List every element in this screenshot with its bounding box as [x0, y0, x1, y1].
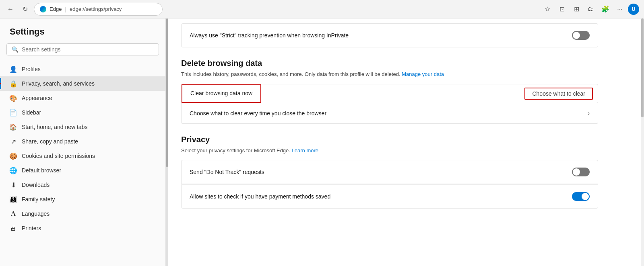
tracking-prevention-row: Always use "Strict" tracking prevention … — [181, 23, 598, 47]
sidebar-item-start-home[interactable]: 🏠 Start, home, and new tabs — [0, 120, 165, 134]
search-input[interactable] — [22, 46, 154, 53]
extensions-button[interactable]: 🧩 — [599, 3, 612, 16]
scroll-thumb[interactable] — [166, 18, 168, 167]
sidebar-item-label: Default browser — [22, 167, 61, 174]
default-browser-icon: 🌐 — [10, 167, 17, 174]
profile-avatar: U — [632, 6, 635, 12]
appearance-icon: 🎨 — [10, 94, 17, 102]
sidebar-item-languages[interactable]: A Languages — [0, 207, 165, 221]
sidebar-item-label: Privacy, search, and services — [22, 80, 95, 87]
sidebar-item-label: Sidebar — [22, 109, 41, 116]
sidebar-item-profiles[interactable]: 👤 Profiles — [0, 62, 165, 76]
split-button[interactable]: ⊡ — [555, 3, 568, 16]
favorites-button[interactable]: ⊞ — [570, 3, 583, 16]
sidebar-item-label: Start, home, and new tabs — [22, 124, 87, 130]
address-divider: | — [65, 6, 66, 12]
printers-icon: 🖨 — [10, 225, 17, 232]
cookies-icon: 🍪 — [10, 152, 17, 160]
sidebar-icon: 📄 — [10, 109, 17, 116]
tracking-prevention-label: Always use "Strict" tracking prevention … — [190, 32, 349, 39]
right-scrollbar-thumb — [641, 18, 644, 117]
toolbar-right: ☆ ⊡ ⊞ 🗂 🧩 ··· U — [541, 3, 639, 16]
sidebar-item-default-browser[interactable]: 🌐 Default browser — [0, 163, 165, 178]
privacy-section-title: Privacy — [181, 135, 598, 144]
payment-methods-label: Allow sites to check if you have payment… — [190, 193, 330, 200]
search-box[interactable]: 🔍 — [6, 43, 159, 55]
family-icon: 👨‍👩‍👧 — [10, 196, 17, 203]
collections-button[interactable]: 🗂 — [584, 3, 597, 16]
star-button[interactable]: ☆ — [541, 3, 554, 16]
back-icon: ← — [7, 6, 14, 13]
star-icon: ☆ — [545, 5, 550, 13]
clear-data-tab-bar: Clear browsing data now Choose what to c… — [181, 84, 598, 103]
tracking-toggle[interactable] — [572, 31, 590, 40]
sidebar-item-cookies[interactable]: 🍪 Cookies and site permissions — [0, 149, 165, 163]
sidebar-item-label: Appearance — [22, 95, 52, 101]
sidebar-item-share-copy[interactable]: ↗ Share, copy and paste — [0, 134, 165, 149]
clear-on-close-label: Choose what to clear every time you clos… — [190, 110, 326, 117]
address-text: edge://settings/privacy — [70, 6, 122, 12]
edge-label: Edge — [50, 6, 62, 12]
red-arrow-annotation — [0, 78, 3, 89]
more-icon: ··· — [617, 6, 622, 13]
delete-section-title: Delete browsing data — [181, 59, 598, 68]
sidebar-item-privacy[interactable]: 🔒 Privacy, search, and services — [0, 76, 165, 91]
privacy-icon: 🔒 — [10, 80, 17, 87]
languages-icon: A — [10, 210, 17, 217]
do-not-track-row: Send "Do Not Track" requests — [181, 160, 598, 184]
clear-on-close-row[interactable]: Choose what to clear every time you clos… — [181, 103, 598, 124]
address-bar[interactable]: Edge | edge://settings/privacy — [34, 3, 163, 16]
toggle-knob — [582, 193, 589, 200]
sidebar-item-label: Printers — [22, 225, 41, 231]
extensions-icon: 🧩 — [601, 5, 609, 13]
tab-choose-what-to-clear[interactable]: Choose what to clear — [524, 88, 593, 100]
home-icon: 🏠 — [10, 123, 17, 131]
scroll-divider — [166, 18, 168, 266]
profiles-icon: 👤 — [10, 65, 17, 73]
share-icon: ↗ — [10, 138, 17, 145]
sidebar-item-appearance[interactable]: 🎨 Appearance — [0, 91, 165, 105]
toggle-knob — [573, 32, 580, 39]
sidebar-item-printers[interactable]: 🖨 Printers — [0, 221, 165, 235]
sidebar-item-label: Downloads — [22, 182, 50, 188]
right-scrollbar[interactable] — [641, 18, 644, 266]
collections-icon: 🗂 — [588, 6, 594, 13]
sidebar-item-label: Family safety — [22, 196, 55, 203]
more-button[interactable]: ··· — [613, 3, 626, 16]
content-inner: Always use "Strict" tracking prevention … — [168, 18, 611, 222]
sidebar-item-label: Share, copy and paste — [22, 138, 78, 145]
sidebar-item-label: Profiles — [22, 66, 41, 72]
back-button[interactable]: ← — [5, 4, 16, 15]
favorites-icon: ⊞ — [574, 5, 579, 13]
search-icon: 🔍 — [12, 46, 19, 53]
sidebar-item-family-safety[interactable]: 👨‍👩‍👧 Family safety — [0, 192, 165, 207]
split-icon: ⊡ — [559, 5, 565, 13]
chevron-right-icon: › — [588, 110, 590, 117]
refresh-icon: ↻ — [23, 5, 28, 13]
browser-chrome: ← ↻ Edge | edge://settings/privacy ☆ ⊡ ⊞… — [0, 0, 644, 18]
edge-logo — [40, 6, 46, 12]
sidebar-item-label: Cookies and site permissions — [22, 153, 95, 159]
content-area: Always use "Strict" tracking prevention … — [168, 18, 641, 266]
privacy-section-desc: Select your privacy settings for Microso… — [181, 147, 598, 155]
do-not-track-toggle[interactable] — [572, 168, 590, 176]
sidebar-item-sidebar[interactable]: 📄 Sidebar — [0, 105, 165, 120]
payment-methods-toggle[interactable] — [572, 192, 590, 201]
learn-more-link[interactable]: Learn more — [292, 147, 318, 153]
tab-spacer — [261, 84, 520, 103]
refresh-button[interactable]: ↻ — [19, 4, 31, 15]
tab-clear-now[interactable]: Clear browsing data now — [182, 84, 261, 103]
settings-title: Settings — [0, 27, 165, 43]
sidebar-item-label: Languages — [22, 211, 50, 217]
main-layout: Settings 🔍 👤 Profiles 🔒 Privacy, search,… — [0, 18, 644, 266]
payment-methods-row: Allow sites to check if you have payment… — [181, 184, 598, 209]
sidebar: Settings 🔍 👤 Profiles 🔒 Privacy, search,… — [0, 18, 166, 266]
delete-section-desc: This includes history, passwords, cookie… — [181, 70, 598, 78]
manage-data-link[interactable]: Manage your data — [402, 71, 444, 77]
sidebar-item-downloads[interactable]: ⬇ Downloads — [0, 178, 165, 192]
top-spacer — [181, 18, 598, 23]
profile-button[interactable]: U — [628, 4, 639, 15]
do-not-track-label: Send "Do Not Track" requests — [190, 169, 264, 175]
toggle-knob — [573, 168, 580, 176]
downloads-icon: ⬇ — [10, 181, 17, 188]
